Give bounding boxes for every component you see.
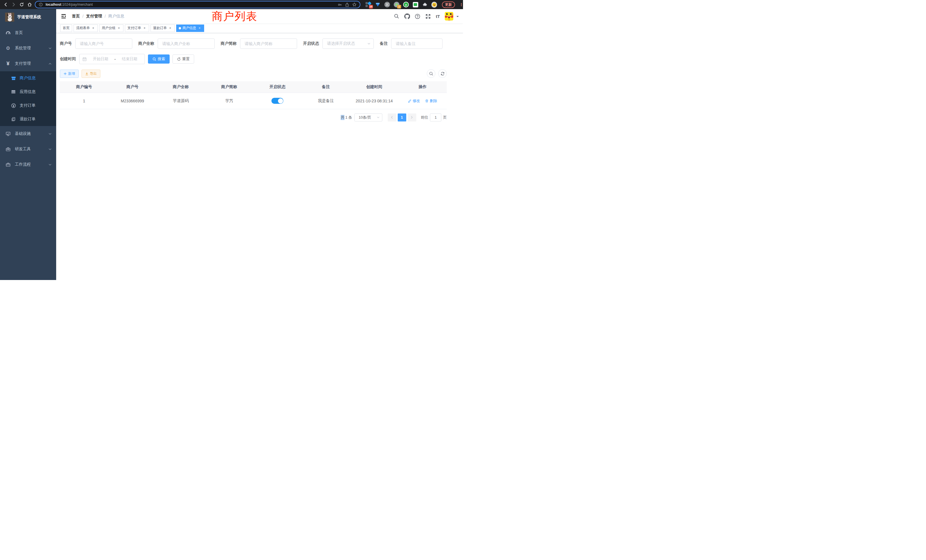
url-path: :1024/pay/merchant xyxy=(61,3,93,6)
address-bar[interactable]: localhost:1024/pay/merchant xyxy=(35,1,360,8)
sidebar-item-workflow[interactable]: 工作流程 xyxy=(0,157,56,172)
sidebar-item-system[interactable]: ⚙ 系统管理 xyxy=(0,41,56,56)
chevron-down-icon xyxy=(48,132,51,135)
filter-label: 创建时间 xyxy=(60,56,76,62)
tab-label: 退款订单 xyxy=(153,26,167,30)
sidebar-item-app-info[interactable]: 应用信息 xyxy=(0,85,56,98)
tab-user-group[interactable]: 用户分组 × xyxy=(99,24,123,32)
status-toggle[interactable] xyxy=(271,98,283,104)
browser-forward-icon[interactable] xyxy=(11,2,17,8)
site-info-icon[interactable] xyxy=(38,2,43,7)
close-icon[interactable]: × xyxy=(91,26,95,30)
sidebar-collapse-icon[interactable] xyxy=(61,13,67,20)
bookmark-star-icon[interactable] xyxy=(352,2,357,7)
font-size-icon[interactable]: tT xyxy=(436,14,440,19)
header-search-icon[interactable] xyxy=(394,14,399,19)
browser-toolbar: localhost:1024/pay/merchant 10 1 y xyxy=(0,0,463,9)
user-avatar[interactable] xyxy=(445,12,453,21)
sidebar-item-payment[interactable]: ¥ 支付管理 xyxy=(0,56,56,71)
browser-profile-avatar[interactable] xyxy=(431,2,437,8)
extension-badge: 10 xyxy=(369,5,373,9)
cell-status xyxy=(253,93,302,109)
extension-pin-icon[interactable] xyxy=(375,2,381,8)
extensions-puzzle-icon[interactable] xyxy=(422,2,428,8)
browser-menu-kebab-icon[interactable]: ⋮ xyxy=(459,2,463,7)
shop-icon xyxy=(11,75,16,81)
extension-command-icon[interactable] xyxy=(384,2,390,8)
status-select-placeholder: 请选择开启状态 xyxy=(327,41,355,46)
filter-label: 商户全称 xyxy=(138,41,154,46)
add-button-label: 新增 xyxy=(68,71,75,76)
close-icon[interactable]: × xyxy=(168,26,172,30)
extension-design-tool-icon[interactable]: 10 xyxy=(366,2,371,8)
tab-pay-orders[interactable]: 支付订单 × xyxy=(125,24,149,32)
browser-home-icon[interactable] xyxy=(27,2,32,8)
tab-refund-orders[interactable]: 退款订单 × xyxy=(151,24,175,32)
filter-merchant-no: 商户号 xyxy=(60,38,132,49)
sidebar-item-dev-tools[interactable]: 研发工具 xyxy=(0,141,56,157)
tab-process-form[interactable]: 流程表单 × xyxy=(74,24,98,32)
close-icon[interactable]: × xyxy=(198,26,201,30)
search-button[interactable]: 搜索 xyxy=(148,54,169,64)
github-icon[interactable] xyxy=(404,14,410,19)
delete-link[interactable]: 删除 xyxy=(425,98,437,103)
refresh-table-icon[interactable] xyxy=(438,69,447,78)
date-separator: - xyxy=(114,57,116,61)
short-name-input[interactable] xyxy=(240,38,297,49)
goto-prefix: 前往 xyxy=(421,115,428,120)
status-select[interactable]: 请选择开启状态 xyxy=(322,38,374,49)
page-size-select[interactable]: 10条/页 xyxy=(354,114,382,121)
reset-button[interactable]: 重置 xyxy=(172,54,194,64)
goto-page-input[interactable] xyxy=(430,114,441,121)
table-header-row: 商户编号 商户号 商户全称 商户简称 开启状态 备注 创建时间 操作 xyxy=(60,81,447,93)
sidebar-logo-row[interactable]: 芋道管理系统 xyxy=(0,9,56,25)
extension-y-icon[interactable]: y xyxy=(403,2,409,8)
export-button-label: 导出 xyxy=(90,71,97,76)
sidebar-item-infrastructure[interactable]: 基础设施 xyxy=(0,126,56,141)
extension-chat-icon[interactable] xyxy=(413,2,418,8)
share-icon[interactable] xyxy=(344,2,350,7)
full-name-input[interactable] xyxy=(158,38,215,49)
close-icon[interactable]: × xyxy=(117,26,121,30)
trash-icon xyxy=(425,99,428,103)
breadcrumb-payment[interactable]: 支付管理 xyxy=(86,14,102,19)
dashboard-icon xyxy=(5,30,11,36)
tab-merchant-info[interactable]: 商户信息 × xyxy=(176,24,204,32)
date-range-picker[interactable]: 开始日期 - 结束日期 xyxy=(79,54,145,64)
sidebar-item-pay-orders[interactable]: 支付订单 xyxy=(0,98,56,112)
prev-page-icon[interactable] xyxy=(388,114,396,121)
sidebar-item-home[interactable]: 首页 xyxy=(0,25,56,41)
password-key-icon[interactable] xyxy=(337,2,342,7)
cell-create-time: 2021-10-23 08:31:14 xyxy=(350,93,399,109)
table-row: 1 M233666999 芋道源码 芋艿 我是备注 2021-10-23 08:… xyxy=(60,93,447,109)
date-start-placeholder: 开始日期 xyxy=(88,56,113,62)
edit-link[interactable]: 修改 xyxy=(408,98,420,103)
date-end-placeholder: 结束日期 xyxy=(118,56,142,62)
browser-reload-icon[interactable] xyxy=(19,2,24,8)
help-icon[interactable] xyxy=(415,14,421,19)
merchant-no-input[interactable] xyxy=(75,38,132,49)
fullscreen-icon[interactable] xyxy=(425,14,431,19)
page-number-1[interactable]: 1 xyxy=(398,114,406,121)
pagination: 共 1 条 10条/页 1 前往 xyxy=(60,114,447,121)
export-button[interactable]: 导出 xyxy=(82,70,100,78)
navbar-right: tT xyxy=(394,12,459,21)
reset-button-label: 重置 xyxy=(182,56,189,62)
sidebar-item-merchant-info[interactable]: 商户信息 xyxy=(0,71,56,85)
toggle-search-icon[interactable] xyxy=(427,69,435,78)
breadcrumb-home[interactable]: 首页 xyxy=(72,14,80,19)
tab-home[interactable]: 首页 xyxy=(60,24,72,32)
extension-recorder-icon[interactable]: 1 xyxy=(394,2,399,8)
next-page-icon[interactable] xyxy=(408,114,416,121)
close-icon[interactable]: × xyxy=(142,26,147,30)
calendar-icon xyxy=(82,57,87,61)
avatar-caret-icon[interactable] xyxy=(457,16,459,18)
add-button[interactable]: 新增 xyxy=(60,70,79,78)
search-button-label: 搜索 xyxy=(158,56,165,62)
browser-back-icon[interactable] xyxy=(3,2,9,8)
tags-view-bar: 首页 流程表单 × 用户分组 × 支付订单 × 退款订单 × 商户信息 × xyxy=(56,23,463,33)
remark-input[interactable] xyxy=(391,38,442,49)
briefcase-icon xyxy=(5,162,11,167)
sidebar-item-refund-orders[interactable]: 退款订单 xyxy=(0,112,56,126)
browser-update-button[interactable]: 更新 xyxy=(442,2,455,8)
